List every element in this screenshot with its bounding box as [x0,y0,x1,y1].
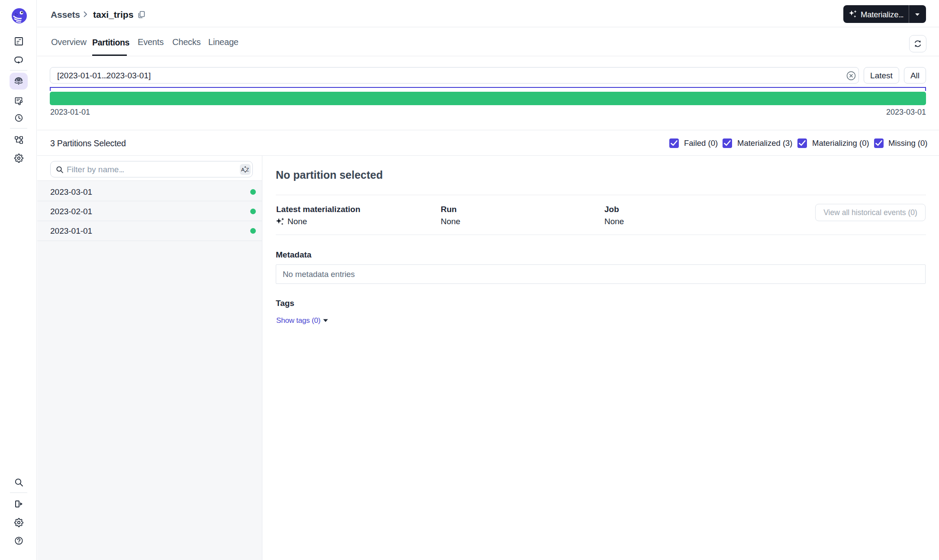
svg-text:Z: Z [246,167,249,172]
svg-text:A: A [241,167,245,172]
